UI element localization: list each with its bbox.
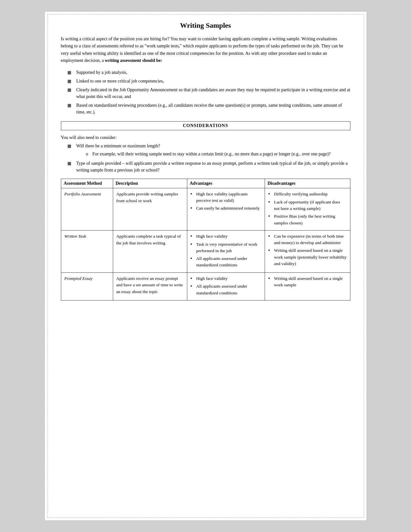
dot-icon: • bbox=[191, 241, 195, 248]
table-row: Portfolio Assessment Applicants provide … bbox=[61, 188, 350, 230]
advantages-list: • High face validity • Task is very repr… bbox=[191, 233, 262, 269]
intro-paragraph: Is writing a critical aspect of the posi… bbox=[61, 35, 350, 64]
consider-intro: You will also need to consider: bbox=[61, 134, 350, 141]
dot-icon: • bbox=[191, 255, 195, 262]
list-item: • High face validity bbox=[191, 233, 262, 240]
table-row: Written Task Applicants complete a task … bbox=[61, 230, 350, 272]
bullet-icon-3: ▦ bbox=[67, 87, 74, 93]
sub-bullet: o bbox=[86, 151, 91, 157]
disadvantages-list: • Writing skill assessed based on a sing… bbox=[268, 275, 347, 289]
dot-icon: • bbox=[268, 233, 273, 240]
dot-icon: • bbox=[191, 283, 195, 290]
considerations-header: CONSIDERATIONS bbox=[61, 121, 350, 130]
list-item: • Can be expensive (in terms of both tim… bbox=[268, 233, 347, 246]
dot-icon: • bbox=[268, 199, 273, 206]
page: Writing Samples Is writing a critical as… bbox=[44, 11, 367, 521]
list-item: • High face validity (applicants perceiv… bbox=[191, 191, 262, 204]
list-item: ▦ Will there be a minimum or maximum len… bbox=[67, 143, 350, 159]
method-portfolio: Portfolio Assessment bbox=[61, 188, 113, 230]
bullet-icon-2: ▦ bbox=[67, 78, 74, 84]
list-item: • All applicants assessed under standard… bbox=[191, 255, 262, 269]
assessment-table: Assessment Method Description Advantages… bbox=[61, 179, 350, 300]
disadvantages-written-task: • Can be expensive (in terms of both tim… bbox=[265, 230, 350, 272]
page-title: Writing Samples bbox=[61, 21, 350, 30]
dot-icon: • bbox=[268, 275, 273, 282]
disadvantages-prompted-essay: • Writing skill assessed based on a sing… bbox=[265, 272, 350, 300]
list-item: • Task is very representative of work pe… bbox=[191, 241, 262, 254]
col-header-method: Assessment Method bbox=[61, 179, 113, 188]
dot-icon: • bbox=[191, 233, 195, 240]
list-item: • All applicants assessed under standard… bbox=[191, 283, 262, 296]
list-item: • Lack of opportunity (if applicant does… bbox=[268, 199, 347, 212]
description-portfolio: Applicants provide writing samples from … bbox=[113, 188, 187, 230]
dot-icon: • bbox=[191, 205, 195, 212]
considerations-section: You will also need to consider: ▦ Will t… bbox=[61, 134, 350, 173]
disadvantages-list: • Can be expensive (in terms of both tim… bbox=[268, 233, 347, 267]
advantages-written-task: • High face validity • Task is very repr… bbox=[187, 230, 265, 272]
list-item: • Writing skill assessed based on a sing… bbox=[268, 247, 347, 267]
bullet-icon-c1: ▦ bbox=[67, 143, 74, 149]
disadvantages-portfolio: • Difficulty verifying authorship • Lack… bbox=[265, 188, 350, 230]
method-written-task: Written Task bbox=[61, 230, 113, 272]
sub-list: o For example, will their writing sample… bbox=[86, 151, 331, 157]
advantages-prompted-essay: • High face validity • All applicants as… bbox=[187, 272, 265, 300]
list-item: • High face validity bbox=[191, 275, 262, 282]
list-item: • Can easily be administered remotely bbox=[191, 205, 262, 212]
table-row: Prompted Essay Applicants receive an ess… bbox=[61, 272, 350, 300]
description-prompted-essay: Applicants receive an essay prompt and h… bbox=[113, 272, 187, 300]
bullet-icon-1: ▦ bbox=[67, 69, 74, 76]
list-item: ▦ Linked to one or more critical job com… bbox=[67, 78, 350, 84]
advantages-list: • High face validity (applicants perceiv… bbox=[191, 191, 262, 212]
advantages-list: • High face validity • All applicants as… bbox=[191, 275, 262, 296]
col-header-disadvantages: Disadvantages bbox=[265, 179, 350, 188]
list-item: ▦ Based on standardized reviewing proced… bbox=[67, 102, 350, 115]
method-prompted-essay: Prompted Essay bbox=[61, 272, 113, 300]
requirements-list: ▦ Supported by a job analysis, ▦ Linked … bbox=[67, 69, 350, 115]
advantages-portfolio: • High face validity (applicants perceiv… bbox=[187, 188, 265, 230]
list-item: o For example, will their writing sample… bbox=[86, 151, 331, 157]
table-header-row: Assessment Method Description Advantages… bbox=[61, 179, 350, 188]
list-item: ▦ Supported by a job analysis, bbox=[67, 69, 350, 76]
col-header-description: Description bbox=[113, 179, 187, 188]
description-written-task: Applicants complete a task typical of th… bbox=[113, 230, 187, 272]
disadvantages-list: • Difficulty verifying authorship • Lack… bbox=[268, 191, 347, 226]
consider-list: ▦ Will there be a minimum or maximum len… bbox=[67, 143, 350, 173]
list-item: • Difficulty verifying authorship bbox=[268, 191, 347, 198]
dot-icon: • bbox=[268, 191, 273, 198]
bullet-icon-4: ▦ bbox=[67, 102, 74, 109]
list-item: • Positive Bias (only the best writing s… bbox=[268, 213, 347, 226]
list-item: ▦ Type of sample provided – will applica… bbox=[67, 160, 350, 173]
dot-icon: • bbox=[268, 247, 273, 254]
bullet-icon-c2: ▦ bbox=[67, 160, 74, 167]
dot-icon: • bbox=[268, 213, 273, 220]
list-item: • Writing skill assessed based on a sing… bbox=[268, 275, 347, 289]
dot-icon: • bbox=[191, 275, 195, 282]
dot-icon: • bbox=[191, 191, 195, 198]
list-item: ▦ Clearly indicated in the Job Opportuni… bbox=[67, 86, 350, 100]
col-header-advantages: Advantages bbox=[187, 179, 265, 188]
